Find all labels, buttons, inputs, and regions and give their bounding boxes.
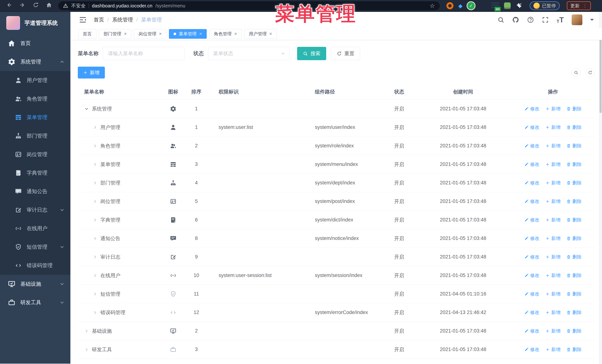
add-link[interactable]: 新增 [545,235,560,241]
sidebar-item-dev-tool[interactable]: 研发工具 [0,293,70,312]
delete-link[interactable]: 删除 [566,217,582,223]
sidebar-item-role[interactable]: 角色管理 [0,90,70,108]
sidebar-item-menu[interactable]: 菜单管理 [0,108,70,127]
extension-blue-gem-icon[interactable]: ◆ [458,3,462,9]
extension-color-grid-icon[interactable] [480,2,487,9]
edit-link[interactable]: 修改 [524,254,539,260]
sidebar-item-user[interactable]: 用户管理 [0,71,70,90]
sidebar-collapse-icon[interactable] [78,16,87,24]
delete-link[interactable]: 删除 [566,328,582,334]
expand-caret-icon[interactable] [93,180,97,185]
edit-link[interactable]: 修改 [524,309,539,315]
delete-link[interactable]: 删除 [566,198,582,204]
menu-name-input[interactable] [103,47,184,60]
sidebar-item-infra[interactable]: 基础设施 [0,275,70,293]
extensions-puzzle-icon[interactable] [516,2,522,9]
browser-back-icon[interactable] [5,2,13,10]
scrollbar-thumb[interactable] [600,31,602,113]
add-link[interactable]: 新增 [545,180,560,186]
sidebar-item-dept[interactable]: 部门管理 [0,127,70,145]
breadcrumb-system[interactable]: 系统管理 [112,16,133,23]
close-icon[interactable] [159,31,162,37]
search-icon[interactable] [497,16,504,23]
page-scrollbar[interactable] [599,12,602,364]
tab-role[interactable]: 角色管理 [209,29,242,39]
delete-link[interactable]: 删除 [566,291,582,297]
show-search-button[interactable] [572,68,580,77]
delete-link[interactable]: 删除 [566,143,582,149]
edit-link[interactable]: 修改 [524,106,539,112]
close-icon[interactable] [234,31,237,37]
sidebar-item-audit-log[interactable]: 审计日志 [0,201,70,219]
refresh-table-button[interactable] [586,68,595,77]
bookmark-star-icon[interactable] [430,2,435,9]
help-icon[interactable] [527,16,534,23]
expand-caret-icon[interactable] [93,273,97,278]
edit-link[interactable]: 修改 [524,272,539,279]
delete-link[interactable]: 删除 [566,346,582,353]
extension-list-icon[interactable]: on [491,2,499,9]
delete-link[interactable]: 删除 [566,254,582,260]
font-size-icon[interactable] [557,16,564,24]
add-link[interactable]: 新增 [545,198,560,204]
expand-caret-icon[interactable] [93,125,97,130]
tab-home[interactable]: 首页 [78,29,96,39]
add-link[interactable]: 新增 [545,124,560,130]
delete-link[interactable]: 删除 [566,272,582,279]
expand-caret-icon[interactable] [93,255,97,260]
paused-profile-pill[interactable]: 已暂停 [530,1,560,10]
sidebar-item-error-code[interactable]: 错误码管理 [0,256,70,275]
expand-caret-icon[interactable] [84,329,89,333]
search-button[interactable]: 搜索 [297,47,326,60]
app-logo[interactable]: 芋道管理系统 [0,12,70,34]
edit-link[interactable]: 修改 [524,198,539,204]
close-icon[interactable] [199,31,202,37]
expand-caret-icon[interactable] [93,236,97,241]
extension-green-check-icon[interactable]: ✓ [467,2,475,10]
browser-menu-icon[interactable] [582,3,587,9]
add-link[interactable]: 新增 [545,328,560,334]
edit-link[interactable]: 修改 [524,346,539,353]
add-link[interactable]: 新增 [545,143,560,149]
sidebar-item-post[interactable]: 岗位管理 [0,145,70,164]
expand-caret-icon[interactable] [84,347,89,352]
status-select[interactable]: 菜单状态 [208,47,290,60]
delete-link[interactable]: 删除 [566,161,582,167]
user-avatar[interactable] [572,14,582,25]
add-link[interactable]: 新增 [545,291,560,297]
extension-orange-ring-icon[interactable] [446,2,453,9]
sidebar-item-sms[interactable]: 短信管理 [0,238,70,256]
expand-caret-icon[interactable] [93,199,97,204]
tab-menu[interactable]: 菜单管理 [169,29,206,39]
expand-caret-icon[interactable] [93,218,97,222]
breadcrumb-home[interactable]: 首页 [94,16,104,23]
add-link[interactable]: 新增 [545,161,560,167]
edit-link[interactable]: 修改 [524,143,539,149]
edit-link[interactable]: 修改 [524,217,539,223]
add-link[interactable]: 新增 [545,254,560,260]
expand-caret-icon[interactable] [93,144,97,148]
close-icon[interactable] [124,31,127,37]
address-bar[interactable]: 不安全 dashboard.yudao.iocoder.cn/system/me… [58,1,440,10]
delete-link[interactable]: 删除 [566,124,582,130]
avatar-caret-down-icon[interactable] [590,19,594,23]
tab-user[interactable]: 用户管理 [244,29,277,39]
browser-home-icon[interactable] [45,2,53,10]
reset-button[interactable]: 重置 [331,47,360,60]
browser-update-button[interactable]: 更新 [567,1,591,10]
browser-forward-icon[interactable] [18,2,27,10]
add-link[interactable]: 新增 [545,217,560,223]
sidebar-item-home[interactable]: 首页 [0,34,70,52]
tab-post[interactable]: 岗位管理 [134,29,166,39]
edit-link[interactable]: 修改 [524,124,539,130]
sidebar-item-online-user[interactable]: 在线用户 [0,219,70,238]
delete-link[interactable]: 删除 [566,235,582,241]
expand-caret-icon[interactable] [93,162,97,167]
github-icon[interactable] [512,16,519,23]
sidebar-item-notice[interactable]: 通知公告 [0,182,70,201]
expand-caret-icon[interactable] [93,310,97,315]
add-button[interactable]: 新增 [78,67,105,79]
browser-reload-icon[interactable] [32,2,40,10]
sidebar-item-system[interactable]: 系统管理 [0,52,70,71]
fullscreen-icon[interactable] [542,16,549,23]
